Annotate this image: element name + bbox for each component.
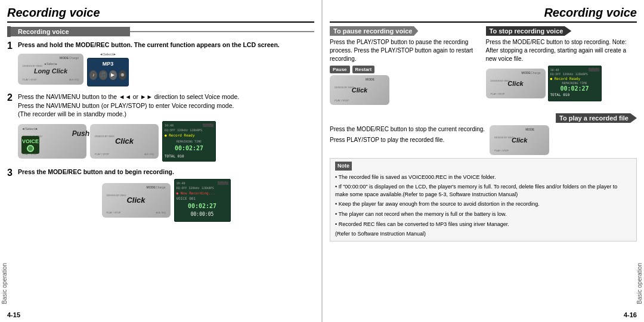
push-label: Push [72, 129, 89, 139]
pause-section: To pause recording voice Press the PLAY/… [330, 26, 481, 105]
step-2: 2 Press the NAVI/MENU button to the ◄◄ o… [7, 92, 314, 164]
player-device-4: Charge MODE DESIGN BY INNO PLAY / STOP A… [102, 183, 171, 218]
restart-label: Restart [352, 66, 375, 73]
standby-lcd: 10:40⬛⬛⬛ EQ:OFF320kHz128kBPS ● Record Re… [162, 121, 216, 162]
step-2-text1: Press the NAVI/MENU button to the ◄◄ or … [18, 93, 239, 100]
pause-text: Press the PLAY/STOP button to pause the … [330, 38, 481, 63]
note5: • Recorded REC files can be converted to… [335, 221, 631, 228]
step-3-number: 3 [7, 168, 18, 178]
step-1-number: 1 [7, 41, 18, 51]
page-number-left: 4-15 [7, 311, 20, 318]
note6: (Refer to Software Instruction Manual) [335, 230, 631, 238]
play-text1: Press the MODE/REC button to stop the cu… [330, 125, 485, 134]
voice-icon: VOICE [21, 136, 39, 154]
stop-header: To stop recording voice [486, 26, 572, 36]
side-label-right: Basic operation [636, 263, 643, 304]
recording-lcd: 10:40⬛⬛⬛ EQ:OFF320kHz128kBPS ● Now Recor… [174, 179, 231, 222]
play-header: To play a recorded file [556, 113, 637, 123]
note3: • Keep the player far away enough from t… [335, 200, 631, 208]
step-2-text3: (The recorder will be in standby mode.) [18, 110, 126, 117]
left-page: Recording voice Recording voice 1 Press … [0, 0, 322, 322]
note1: • The recorded file is saved as VOICE000… [335, 174, 631, 181]
step-2-number: 2 [7, 92, 18, 103]
step-3: 3 Press the MODE/REC button and to begin… [7, 168, 314, 224]
player-device-1: Charge MODE DESIGN BY INNO PLAY / STOP A… [18, 54, 83, 85]
step-3-text: Press the MODE/REC button and to begin r… [18, 168, 174, 175]
stop-player: Charge MODE DESIGN BY INNO PLAY / STOP C… [486, 69, 546, 98]
step-2-text2: Press the NAVI/MENU button (or PLAY/STOP… [18, 102, 234, 109]
pause-label: Pause [330, 66, 350, 73]
right-page-title: Recording voice [330, 6, 637, 23]
left-page-title: Recording voice [7, 6, 314, 23]
step-1-text: Press and hold the MODE/REC button. The … [18, 41, 280, 48]
stop-section: To stop recording voice Press the MODE/R… [486, 26, 637, 105]
stop-lcd: 10:40⬛⬛⬛ EQ:OFF320kHz128kBPS ● Record Re… [548, 66, 602, 101]
note4: • The player can not record when the mem… [335, 210, 631, 218]
play-text2: Press PLAY/STOP to play the recorded fil… [330, 136, 485, 144]
step-1: 1 Press and hold the MODE/REC button. Th… [7, 41, 314, 89]
pause-header: To pause recording voice [330, 26, 418, 36]
note-section: Note • The recorded file is saved as VOI… [330, 158, 637, 242]
play-section: To play a recorded file Press the MODE/R… [330, 113, 637, 155]
side-label-left: Basic operation [1, 263, 8, 304]
player-device-3: DESIGN BY INNO PLAY / STOP A-B / EQ Clic… [90, 124, 159, 159]
stop-text: Press the MODE/REC button to stop record… [486, 38, 637, 63]
click-label-3: Click [126, 195, 145, 206]
play-player: DESIGN BY INNO PLAY / STOP MODE Click [490, 125, 549, 155]
page-number-right: 4-16 [624, 311, 637, 318]
mp3-screen: MP3 ♪ 🎵 ▶ ⊕ [87, 58, 129, 86]
note2: • If "00:00:00" is displayed on the LCD,… [335, 183, 631, 198]
right-page: Recording voice To pause recording voice… [322, 0, 644, 322]
click-label-2: Click [115, 136, 134, 147]
pause-player: DESIGN BY INNO PLAY / STOP MODE Click [330, 75, 389, 105]
note-label: Note [335, 162, 352, 171]
section1-header: Recording voice [11, 27, 130, 36]
top-sections: To pause recording voice Press the PLAY/… [330, 26, 637, 110]
